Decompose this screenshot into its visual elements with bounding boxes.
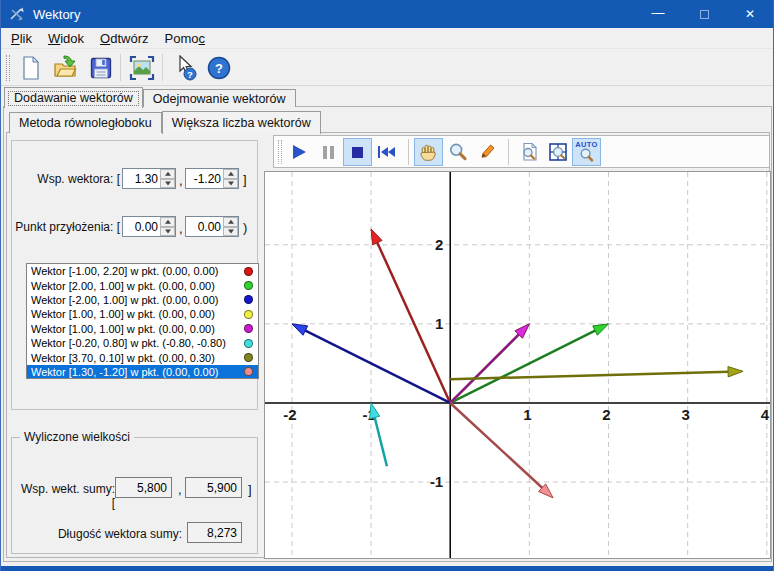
sum-x-field: 5,800 [115,477,172,498]
separator-comma: , [179,173,183,188]
closing-paren: ) [243,220,247,235]
chart-toolbar-grip[interactable] [278,140,282,164]
pause-icon [323,146,334,159]
zoom-button[interactable] [443,138,472,166]
vector-list-item[interactable]: Wektor [1.00, 1.00] w pkt. (0.00, 0.00) [27,307,258,321]
zoom-page-icon [519,142,539,162]
open-folder-icon [52,55,78,81]
vector-color-dot [244,339,253,348]
vector-list-item[interactable]: Wektor [3.70, 0.10] w pkt. (0.00, 0.30) [27,350,258,364]
menu-item-odtwórz[interactable]: Odtwórz [92,31,156,46]
vector-x-value[interactable]: 1.30 [123,169,160,188]
zoom-page-button[interactable] [514,138,543,166]
spin-down-button[interactable] [160,179,175,189]
vector-plot-area[interactable]: -2-11234-112 [264,171,771,559]
separator-comma: , [178,482,182,497]
vector-arrowhead-blue [292,324,308,335]
menu-item-pomoc[interactable]: Pomoc [157,31,213,46]
vector-list-item-text: Wektor [1.30, -1.20] w pkt. (0.00, 0.00) [31,366,244,378]
context-help-button[interactable]: ? [171,54,199,82]
separator-comma: , [179,221,183,236]
save-icon [88,55,114,81]
play-button[interactable] [285,138,314,166]
magnifier-icon [448,142,468,162]
new-document-button[interactable] [17,54,45,82]
tab-odejmowanie-wektorów[interactable]: Odejmowanie wektorów [143,89,296,107]
vector-x-spinner[interactable]: 1.30 [122,168,176,189]
spin-up-button[interactable] [223,217,238,227]
vector-list-item-text: Wektor [3.70, 0.10] w pkt. (0.00, 0.30) [31,352,244,364]
results-group-label: Wyliczone wielkości [20,430,134,444]
vector-list-item[interactable]: Wektor [1.00, 1.00] w pkt. (0.00, 0.00) [27,322,258,336]
sum-length-label: Długość wektora sumy: [22,527,182,541]
menu-item-widok[interactable]: Widok [40,31,92,46]
title-bar: Wektory — ✕ [1,0,773,28]
export-image-button[interactable] [128,54,156,82]
open-button[interactable] [51,54,79,82]
maximize-button[interactable] [681,0,727,28]
vector-arrowhead-green [593,324,609,335]
vector-list-item-text: Wektor [-2.00, 1.00] w pkt. (0.00, 0.00) [31,294,244,306]
close-button[interactable]: ✕ [727,0,773,28]
stop-button[interactable] [343,138,372,166]
point-x-value[interactable]: 0.00 [123,217,160,236]
spin-up-button[interactable] [223,169,238,179]
sum-y-field: 5,900 [185,477,242,498]
toolbar-separator [120,54,121,81]
context-help-icon: ? [172,55,198,81]
x-tick-label: 4 [761,406,770,423]
vector-list-item-text: Wektor [2.00, 1.00] w pkt. (0.00, 0.00) [31,280,244,292]
rewind-button[interactable] [372,138,401,166]
vector-color-dot [244,281,253,290]
toolbar-grip[interactable] [6,55,10,81]
vector-list-item[interactable]: Wektor [-2.00, 1.00] w pkt. (0.00, 0.00) [27,293,258,307]
zoom-auto-button[interactable]: AUTO [572,138,601,166]
save-button[interactable] [87,54,115,82]
vector-list-item-text: Wektor [1.00, 1.00] w pkt. (0.00, 0.00) [31,308,244,320]
window-bottom-border [1,566,773,571]
vector-y-value[interactable]: -1.20 [186,169,223,188]
spin-down-button[interactable] [223,227,238,237]
spin-down-button[interactable] [223,179,238,189]
x-tick-label: -2 [283,406,296,423]
closing-bracket: ] [248,482,252,497]
point-x-spinner[interactable]: 0.00 [122,216,176,237]
spin-up-button[interactable] [160,169,175,179]
vector-line-blue [296,326,450,403]
rewind-icon [378,146,396,158]
vector-line-pink [450,403,549,495]
zoom-extents-icon [548,142,568,162]
vector-color-dot [244,353,253,362]
spin-up-button[interactable] [160,217,175,227]
export-image-icon [129,55,155,81]
tab-większa-liczba-wektorów[interactable]: Większa liczba wektorów [162,111,321,134]
vector-list-item[interactable]: Wektor [1.30, -1.20] w pkt. (0.00, 0.00) [27,365,258,379]
pause-button[interactable] [314,138,343,166]
point-y-value[interactable]: 0.00 [186,217,223,236]
help-button[interactable]: ? [205,54,233,82]
new-document-icon [18,55,44,81]
tab-dodawanie-wektorów[interactable]: Dodawanie wektorów [4,87,143,108]
results-groupbox: Wyliczone wielkości Wsp. wekt. sumy: [ 5… [11,437,258,554]
x-tick-label: 1 [523,406,531,423]
vector-list-item[interactable]: Wektor [-0.20, 0.80] w pkt. (-0.80, -0.8… [27,336,258,350]
menu-item-plik[interactable]: Plik [3,31,40,46]
vector-list-item[interactable]: Wektor [2.00, 1.00] w pkt. (0.00, 0.00) [27,278,258,292]
zoom-extents-button[interactable] [543,138,572,166]
vector-list-item[interactable]: Wektor [-1.00, 2.20] w pkt. (0.00, 0.00) [27,264,258,278]
spin-down-button[interactable] [160,227,175,237]
tab-metoda-równoległoboku[interactable]: Metoda równoległoboku [9,112,162,133]
vector-line-magenta [450,327,526,403]
y-tick-label: -1 [430,473,443,490]
vector-coords-label: Wsp. wektora: [ [14,172,120,186]
x-tick-label: 2 [602,406,610,423]
minimize-button[interactable]: — [635,0,681,28]
vector-color-dot [244,267,253,276]
draw-pencil-button[interactable] [472,138,501,166]
vector-arrowhead-red [371,229,382,245]
svg-text:?: ? [187,69,193,80]
vector-listbox[interactable]: Wektor [-1.00, 2.20] w pkt. (0.00, 0.00)… [26,263,259,379]
pan-hand-button[interactable] [414,138,443,166]
vector-y-spinner[interactable]: -1.20 [185,168,239,189]
point-y-spinner[interactable]: 0.00 [185,216,239,237]
